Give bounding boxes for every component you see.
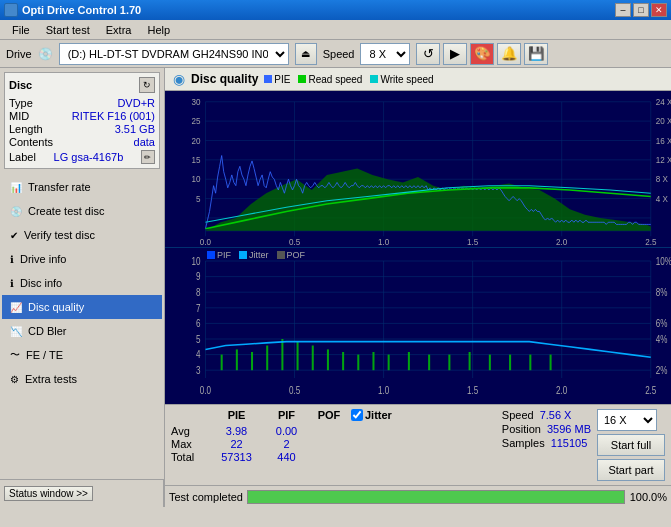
color1-button[interactable]: 🎨 (470, 43, 494, 65)
status-bar-left: Status window >> (0, 479, 164, 507)
sidebar-item-verify-test-disc[interactable]: ✔ Verify test disc (2, 223, 162, 247)
start-part-button[interactable]: Start part (597, 459, 665, 481)
svg-rect-59 (372, 352, 374, 370)
total-label: Total (171, 451, 209, 463)
svg-text:6%: 6% (656, 318, 668, 329)
svg-text:5: 5 (196, 194, 201, 204)
drive-info-icon: ℹ (10, 254, 14, 265)
menu-help[interactable]: Help (139, 22, 178, 38)
svg-text:0.5: 0.5 (289, 385, 300, 396)
svg-rect-65 (489, 355, 491, 371)
max-label: Max (171, 438, 209, 450)
svg-text:8%: 8% (656, 287, 668, 298)
pie-legend-dot (264, 75, 272, 83)
svg-rect-54 (297, 342, 299, 371)
bottom-chart-container: PIF Jitter POF (165, 247, 671, 404)
svg-rect-34 (165, 248, 671, 404)
write-speed-legend-label: Write speed (380, 74, 433, 85)
save-button[interactable]: 💾 (524, 43, 548, 65)
sidebar-item-disc-info[interactable]: ℹ Disc info (2, 271, 162, 295)
status-window-button[interactable]: Status window >> (4, 486, 93, 501)
top-chart-svg: 30 25 20 15 10 5 24 X 20 X 16 X 12 X 8 X… (165, 91, 671, 247)
pof-dot (277, 251, 285, 259)
progress-bar (247, 490, 625, 504)
pif-label: PIF (217, 250, 231, 260)
disc-mid-value: RITEK F16 (001) (72, 110, 155, 122)
top-chart-container: 30 25 20 15 10 5 24 X 20 X 16 X 12 X 8 X… (165, 91, 671, 247)
svg-rect-55 (312, 346, 314, 371)
sidebar-item-extra-tests[interactable]: ⚙ Extra tests (2, 367, 162, 391)
jitter-checkbox[interactable] (351, 409, 363, 421)
app-title: Opti Drive Control 1.70 (22, 4, 141, 16)
bottom-chart-svg: 10 9 8 7 6 5 4 3 10% 8% 6% 4% 2% 0.0 0.5… (165, 248, 671, 404)
close-button[interactable]: ✕ (651, 3, 667, 17)
svg-text:0.0: 0.0 (200, 237, 212, 247)
disc-refresh-button[interactable]: ↻ (139, 77, 155, 93)
svg-text:0.5: 0.5 (289, 237, 301, 247)
max-pof (309, 438, 349, 450)
test-completed-label: Test completed (169, 491, 243, 503)
sidebar-item-drive-info[interactable]: ℹ Drive info (2, 247, 162, 271)
svg-rect-61 (408, 352, 410, 370)
extra-tests-icon: ⚙ (10, 374, 19, 385)
pie-col-header: PIE (209, 409, 264, 423)
stats-area: PIE PIF POF Jitter Avg 3.98 0.00 (165, 404, 671, 485)
minimize-button[interactable]: – (615, 3, 631, 17)
disc-section: Disc ↻ Type DVD+R MID RITEK F16 (001) Le… (4, 72, 160, 169)
svg-text:1.0: 1.0 (378, 385, 389, 396)
svg-rect-50 (236, 349, 238, 370)
max-pif: 2 (264, 438, 309, 450)
disc-type-label: Type (9, 97, 33, 109)
svg-text:4%: 4% (656, 334, 668, 345)
jitter-col-header: Jitter (365, 409, 392, 423)
svg-rect-57 (342, 352, 344, 370)
svg-rect-68 (550, 355, 552, 371)
main-layout: Disc ↻ Type DVD+R MID RITEK F16 (001) Le… (0, 68, 671, 507)
color2-button[interactable]: 🔔 (497, 43, 521, 65)
pif-dot (207, 251, 215, 259)
bottom-chart-legend: PIF Jitter POF (207, 250, 305, 260)
disc-quality-header: ◉ Disc quality PIE Read speed Write spee… (165, 68, 671, 91)
disc-contents-value: data (134, 136, 155, 148)
stats-row: PIE PIF POF Jitter Avg 3.98 0.00 (171, 409, 665, 481)
write-speed-legend-dot (370, 75, 378, 83)
svg-text:0.0: 0.0 (200, 385, 211, 396)
drive-select[interactable]: (D:) HL-DT-ST DVDRAM GH24NS90 IN01 (59, 43, 289, 65)
menu-file[interactable]: File (4, 22, 38, 38)
total-pie: 57313 (209, 451, 264, 463)
svg-rect-53 (281, 339, 283, 370)
sidebar-item-disc-quality[interactable]: 📈 Disc quality (2, 295, 162, 319)
chart-legend-top: PIE Read speed Write speed (264, 74, 433, 85)
sidebar-item-create-test-disc[interactable]: 💿 Create test disc (2, 199, 162, 223)
disc-length-value: 3.51 GB (115, 123, 155, 135)
stats-table: PIE PIF POF Jitter Avg 3.98 0.00 (171, 409, 488, 463)
sidebar-item-cd-bler[interactable]: 📉 CD Bler (2, 319, 162, 343)
fe-te-icon: 〜 (10, 348, 20, 362)
speed-dropdown[interactable]: 16 X (597, 409, 657, 431)
start-full-button[interactable]: Start full (597, 434, 665, 456)
drive-icon: 💿 (38, 47, 53, 61)
svg-text:20: 20 (191, 135, 200, 145)
svg-rect-56 (327, 349, 329, 370)
right-stats: Speed 7.56 X Position 3596 MB Samples 11… (502, 409, 591, 449)
disc-label-label: Label (9, 151, 36, 163)
menu-extra[interactable]: Extra (98, 22, 140, 38)
svg-text:8 X: 8 X (656, 174, 669, 184)
app-icon (4, 3, 18, 17)
sidebar-item-fe-te[interactable]: 〜 FE / TE (2, 343, 162, 367)
total-pif: 440 (264, 451, 309, 463)
svg-text:24 X: 24 X (656, 97, 671, 107)
empty-header (171, 409, 209, 423)
speed-select[interactable]: 8 X (360, 43, 410, 65)
sidebar-item-transfer-rate[interactable]: 📊 Transfer rate (2, 175, 162, 199)
disc-mid-label: MID (9, 110, 29, 122)
maximize-button[interactable]: □ (633, 3, 649, 17)
window-controls: – □ ✕ (615, 3, 667, 17)
drive-eject-button[interactable]: ⏏ (295, 43, 317, 65)
refresh-button[interactable]: ↺ (416, 43, 440, 65)
svg-rect-63 (448, 355, 450, 371)
menu-start-test[interactable]: Start test (38, 22, 98, 38)
samples-label: Samples (502, 437, 545, 449)
disc-label-edit-button[interactable]: ✏ (141, 150, 155, 164)
play-button[interactable]: ▶ (443, 43, 467, 65)
